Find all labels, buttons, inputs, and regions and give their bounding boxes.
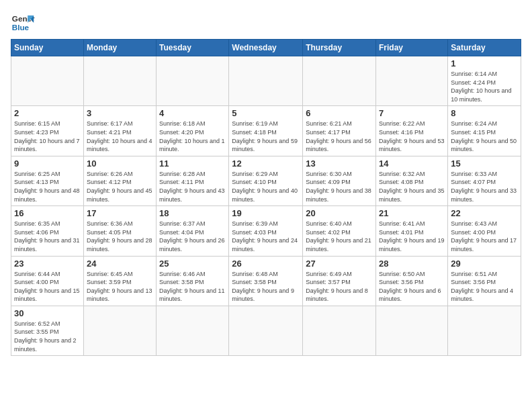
day-number: 1: [451, 58, 518, 68]
day-info: Sunrise: 6:17 AM Sunset: 4:21 PM Dayligh…: [87, 120, 153, 153]
day-cell: 8Sunrise: 6:24 AM Sunset: 4:15 PM Daylig…: [448, 106, 521, 156]
weekday-header-friday: Friday: [376, 40, 448, 56]
day-info: Sunrise: 6:29 AM Sunset: 4:10 PM Dayligh…: [232, 170, 300, 203]
day-number: 12: [232, 158, 300, 169]
day-cell: [229, 306, 303, 355]
day-cell: 5Sunrise: 6:19 AM Sunset: 4:18 PM Daylig…: [229, 106, 303, 156]
day-cell: 2Sunrise: 6:15 AM Sunset: 4:23 PM Daylig…: [11, 106, 84, 156]
day-cell: [229, 56, 303, 106]
day-cell: 26Sunrise: 6:48 AM Sunset: 3:58 PM Dayli…: [229, 256, 303, 306]
weekday-header-wednesday: Wednesday: [229, 40, 303, 56]
svg-text:Blue: Blue: [12, 23, 30, 32]
day-info: Sunrise: 6:50 AM Sunset: 3:56 PM Dayligh…: [379, 270, 445, 304]
day-cell: 18Sunrise: 6:37 AM Sunset: 4:04 PM Dayli…: [157, 206, 229, 256]
day-number: 7: [379, 108, 445, 118]
day-number: 16: [14, 208, 81, 218]
day-cell: 9Sunrise: 6:25 AM Sunset: 4:13 PM Daylig…: [11, 156, 84, 205]
day-info: Sunrise: 6:24 AM Sunset: 4:15 PM Dayligh…: [451, 120, 518, 153]
day-cell: 27Sunrise: 6:49 AM Sunset: 3:57 PM Dayli…: [303, 256, 376, 306]
day-info: Sunrise: 6:28 AM Sunset: 4:11 PM Dayligh…: [159, 170, 226, 203]
day-number: 18: [159, 208, 226, 218]
weekday-header-saturday: Saturday: [448, 40, 521, 56]
day-number: 14: [379, 158, 445, 169]
day-number: 4: [159, 108, 226, 118]
day-number: 27: [306, 259, 373, 269]
day-number: 29: [451, 259, 518, 269]
weekday-header-sunday: Sunday: [11, 40, 84, 56]
logo: General Blue: [11, 11, 35, 35]
day-cell: 4Sunrise: 6:18 AM Sunset: 4:20 PM Daylig…: [157, 106, 229, 156]
day-info: Sunrise: 6:51 AM Sunset: 3:56 PM Dayligh…: [451, 270, 518, 304]
day-cell: 13Sunrise: 6:30 AM Sunset: 4:09 PM Dayli…: [303, 156, 376, 205]
day-info: Sunrise: 6:15 AM Sunset: 4:23 PM Dayligh…: [14, 120, 81, 153]
day-number: 23: [14, 259, 81, 269]
week-row-4: 16Sunrise: 6:35 AM Sunset: 4:06 PM Dayli…: [11, 206, 521, 256]
day-cell: 3Sunrise: 6:17 AM Sunset: 4:21 PM Daylig…: [83, 106, 156, 156]
day-info: Sunrise: 6:48 AM Sunset: 3:58 PM Dayligh…: [232, 270, 300, 304]
day-info: Sunrise: 6:33 AM Sunset: 4:07 PM Dayligh…: [451, 170, 518, 203]
day-number: 10: [87, 158, 153, 169]
day-info: Sunrise: 6:26 AM Sunset: 4:12 PM Dayligh…: [87, 170, 153, 203]
week-row-1: 1Sunrise: 6:14 AM Sunset: 4:24 PM Daylig…: [11, 56, 521, 106]
day-cell: 14Sunrise: 6:32 AM Sunset: 4:08 PM Dayli…: [376, 156, 448, 205]
day-cell: 11Sunrise: 6:28 AM Sunset: 4:11 PM Dayli…: [157, 156, 229, 205]
day-number: 28: [379, 259, 445, 269]
day-cell: 22Sunrise: 6:43 AM Sunset: 4:00 PM Dayli…: [448, 206, 521, 256]
day-number: 5: [232, 108, 300, 118]
day-number: 8: [451, 108, 518, 118]
day-cell: 17Sunrise: 6:36 AM Sunset: 4:05 PM Dayli…: [83, 206, 156, 256]
day-cell: 28Sunrise: 6:50 AM Sunset: 3:56 PM Dayli…: [376, 256, 448, 306]
day-info: Sunrise: 6:36 AM Sunset: 4:05 PM Dayligh…: [87, 220, 153, 253]
day-cell: 7Sunrise: 6:22 AM Sunset: 4:16 PM Daylig…: [376, 106, 448, 156]
day-cell: 29Sunrise: 6:51 AM Sunset: 3:56 PM Dayli…: [448, 256, 521, 306]
header: General Blue: [11, 11, 521, 35]
week-row-3: 9Sunrise: 6:25 AM Sunset: 4:13 PM Daylig…: [11, 156, 521, 205]
calendar-table: SundayMondayTuesdayWednesdayThursdayFrid…: [11, 39, 521, 356]
day-info: Sunrise: 6:46 AM Sunset: 3:58 PM Dayligh…: [159, 270, 226, 304]
calendar-page: General Blue SundayMondayTuesdayWednesda…: [0, 0, 532, 411]
day-number: 17: [87, 208, 153, 218]
day-number: 9: [14, 158, 81, 169]
day-cell: 23Sunrise: 6:44 AM Sunset: 4:00 PM Dayli…: [11, 256, 84, 306]
day-cell: 20Sunrise: 6:40 AM Sunset: 4:02 PM Dayli…: [303, 206, 376, 256]
day-number: 11: [159, 158, 226, 169]
day-info: Sunrise: 6:40 AM Sunset: 4:02 PM Dayligh…: [306, 220, 373, 253]
week-row-2: 2Sunrise: 6:15 AM Sunset: 4:23 PM Daylig…: [11, 106, 521, 156]
day-cell: [157, 56, 229, 106]
day-info: Sunrise: 6:25 AM Sunset: 4:13 PM Dayligh…: [14, 170, 81, 203]
day-cell: 25Sunrise: 6:46 AM Sunset: 3:58 PM Dayli…: [157, 256, 229, 306]
day-info: Sunrise: 6:18 AM Sunset: 4:20 PM Dayligh…: [159, 120, 226, 153]
day-cell: 30Sunrise: 6:52 AM Sunset: 3:55 PM Dayli…: [11, 306, 84, 355]
day-number: 21: [379, 208, 445, 218]
day-cell: [303, 306, 376, 355]
day-number: 20: [306, 208, 373, 218]
day-number: 22: [451, 208, 518, 218]
day-info: Sunrise: 6:14 AM Sunset: 4:24 PM Dayligh…: [451, 70, 518, 103]
day-number: 26: [232, 259, 300, 269]
day-info: Sunrise: 6:45 AM Sunset: 3:59 PM Dayligh…: [87, 270, 153, 304]
day-info: Sunrise: 6:52 AM Sunset: 3:55 PM Dayligh…: [14, 320, 81, 353]
day-cell: [11, 56, 84, 106]
week-row-5: 23Sunrise: 6:44 AM Sunset: 4:00 PM Dayli…: [11, 256, 521, 306]
day-cell: [83, 306, 156, 355]
day-info: Sunrise: 6:41 AM Sunset: 4:01 PM Dayligh…: [379, 220, 445, 253]
day-info: Sunrise: 6:49 AM Sunset: 3:57 PM Dayligh…: [306, 270, 373, 304]
day-number: 30: [14, 308, 81, 318]
day-cell: 19Sunrise: 6:39 AM Sunset: 4:03 PM Dayli…: [229, 206, 303, 256]
day-cell: 16Sunrise: 6:35 AM Sunset: 4:06 PM Dayli…: [11, 206, 84, 256]
day-cell: [303, 56, 376, 106]
week-row-6: 30Sunrise: 6:52 AM Sunset: 3:55 PM Dayli…: [11, 306, 521, 355]
day-info: Sunrise: 6:19 AM Sunset: 4:18 PM Dayligh…: [232, 120, 300, 153]
day-number: 25: [159, 259, 226, 269]
day-number: 24: [87, 259, 153, 269]
day-cell: 6Sunrise: 6:21 AM Sunset: 4:17 PM Daylig…: [303, 106, 376, 156]
day-number: 19: [232, 208, 300, 218]
day-info: Sunrise: 6:44 AM Sunset: 4:00 PM Dayligh…: [14, 270, 81, 304]
weekday-header-thursday: Thursday: [303, 40, 376, 56]
day-number: 2: [14, 108, 81, 118]
day-cell: 12Sunrise: 6:29 AM Sunset: 4:10 PM Dayli…: [229, 156, 303, 205]
day-number: 6: [306, 108, 373, 118]
day-info: Sunrise: 6:39 AM Sunset: 4:03 PM Dayligh…: [232, 220, 300, 253]
day-cell: 21Sunrise: 6:41 AM Sunset: 4:01 PM Dayli…: [376, 206, 448, 256]
day-cell: [376, 306, 448, 355]
